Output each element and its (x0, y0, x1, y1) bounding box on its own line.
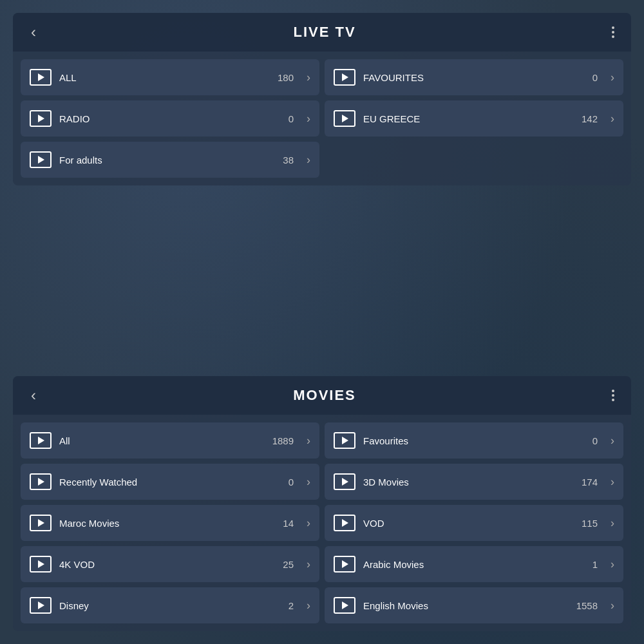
category-name: English Movies (363, 600, 569, 611)
list-item[interactable]: 3D Movies 174 › (325, 464, 623, 500)
list-item[interactable]: Arabic Movies 1 › (325, 546, 623, 582)
chevron-right-icon: › (611, 112, 614, 126)
more-dot-2 (612, 394, 614, 397)
play-icon (30, 556, 52, 573)
play-icon (30, 597, 52, 614)
play-icon (334, 515, 355, 531)
background-spacer (13, 198, 631, 363)
play-icon (334, 110, 355, 127)
category-name: All (59, 435, 265, 446)
category-name: RADIO (59, 113, 281, 124)
play-icon (30, 473, 52, 490)
movies-title: MOVIES (41, 387, 608, 404)
play-icon (334, 597, 355, 614)
play-icon (334, 432, 355, 449)
list-item[interactable]: For adults 38 › (21, 142, 319, 178)
list-item[interactable]: English Movies 1558 › (325, 587, 623, 623)
movies-panel: ‹ MOVIES All 1889 › Recently Watched 0 ›… (13, 376, 631, 631)
chevron-right-icon: › (307, 153, 310, 167)
category-count: 142 (582, 113, 598, 124)
list-item[interactable]: EU GREECE 142 › (325, 100, 623, 137)
chevron-right-icon: › (307, 434, 310, 448)
chevron-right-icon: › (611, 516, 614, 530)
play-icon (30, 69, 52, 86)
livetv-grid: ALL 180 › RADIO 0 › For adults 38 › FAVO… (13, 52, 631, 185)
more-dot-3 (612, 35, 614, 38)
chevron-right-icon: › (307, 475, 310, 489)
category-name: EU GREECE (363, 113, 574, 124)
chevron-right-icon: › (307, 599, 310, 612)
more-dot-2 (612, 31, 614, 33)
list-item[interactable]: 4K VOD 25 › (21, 546, 319, 582)
category-count: 115 (582, 518, 598, 529)
main-container: ‹ LIVE TV ALL 180 › RADIO 0 › For adults… (0, 0, 644, 644)
list-item[interactable]: VOD 115 › (325, 505, 623, 541)
chevron-right-icon: › (611, 434, 614, 448)
category-count: 2 (289, 600, 294, 611)
category-name: Arabic Movies (363, 559, 585, 570)
category-name: VOD (363, 518, 574, 529)
list-item[interactable]: Favourites 0 › (325, 422, 623, 459)
movies-left-col: All 1889 › Recently Watched 0 › Maroc Mo… (21, 422, 319, 623)
play-icon (30, 515, 52, 531)
list-item[interactable]: RADIO 0 › (21, 100, 319, 137)
category-count: 1558 (576, 600, 598, 611)
category-name: Disney (59, 600, 281, 611)
livetv-left-col: ALL 180 › RADIO 0 › For adults 38 › (21, 59, 319, 178)
category-name: ALL (59, 72, 270, 83)
livetv-right-col: FAVOURITES 0 › EU GREECE 142 › (325, 59, 623, 178)
more-dot-3 (612, 399, 614, 401)
list-item[interactable]: Maroc Movies 14 › (21, 505, 319, 541)
play-icon (30, 110, 52, 127)
list-item[interactable]: All 1889 › (21, 422, 319, 459)
movies-header: ‹ MOVIES (13, 376, 631, 415)
movies-more-button[interactable] (608, 387, 618, 404)
list-item[interactable]: ALL 180 › (21, 59, 319, 95)
play-icon (30, 151, 52, 168)
list-item[interactable]: FAVOURITES 0 › (325, 59, 623, 95)
chevron-right-icon: › (307, 558, 310, 571)
list-item[interactable]: Recently Watched 0 › (21, 464, 319, 500)
movies-back-button[interactable]: ‹ (26, 385, 41, 406)
play-icon (334, 473, 355, 490)
category-count: 174 (582, 477, 598, 488)
more-dot-1 (612, 26, 614, 29)
category-count: 0 (289, 477, 294, 488)
category-name: Favourites (363, 435, 585, 446)
category-name: 4K VOD (59, 559, 275, 570)
category-count: 180 (278, 72, 294, 83)
chevron-right-icon: › (611, 599, 614, 612)
category-count: 14 (283, 518, 294, 529)
category-count: 38 (283, 155, 294, 166)
chevron-right-icon: › (611, 71, 614, 84)
livetv-title: LIVE TV (41, 24, 608, 41)
list-item[interactable]: Disney 2 › (21, 587, 319, 623)
category-count: 1889 (272, 435, 294, 446)
category-count: 1 (592, 559, 598, 570)
category-count: 0 (592, 435, 598, 446)
category-name: Maroc Movies (59, 518, 275, 529)
livetv-header: ‹ LIVE TV (13, 13, 631, 52)
play-icon (334, 69, 355, 86)
chevron-right-icon: › (307, 516, 310, 530)
category-name: FAVOURITES (363, 72, 585, 83)
livetv-more-button[interactable] (608, 24, 618, 41)
livetv-panel: ‹ LIVE TV ALL 180 › RADIO 0 › For adults… (13, 13, 631, 185)
category-name: For adults (59, 155, 275, 166)
chevron-right-icon: › (307, 112, 310, 126)
chevron-right-icon: › (611, 558, 614, 571)
category-name: 3D Movies (363, 477, 574, 488)
movies-right-col: Favourites 0 › 3D Movies 174 › VOD 115 ›… (325, 422, 623, 623)
chevron-right-icon: › (307, 71, 310, 84)
more-dot-1 (612, 390, 614, 392)
livetv-back-button[interactable]: ‹ (26, 22, 41, 43)
category-count: 0 (289, 113, 294, 124)
play-icon (30, 432, 52, 449)
chevron-right-icon: › (611, 475, 614, 489)
play-icon (334, 556, 355, 573)
movies-grid: All 1889 › Recently Watched 0 › Maroc Mo… (13, 415, 631, 631)
category-count: 0 (592, 72, 598, 83)
category-name: Recently Watched (59, 477, 281, 488)
category-count: 25 (283, 559, 294, 570)
